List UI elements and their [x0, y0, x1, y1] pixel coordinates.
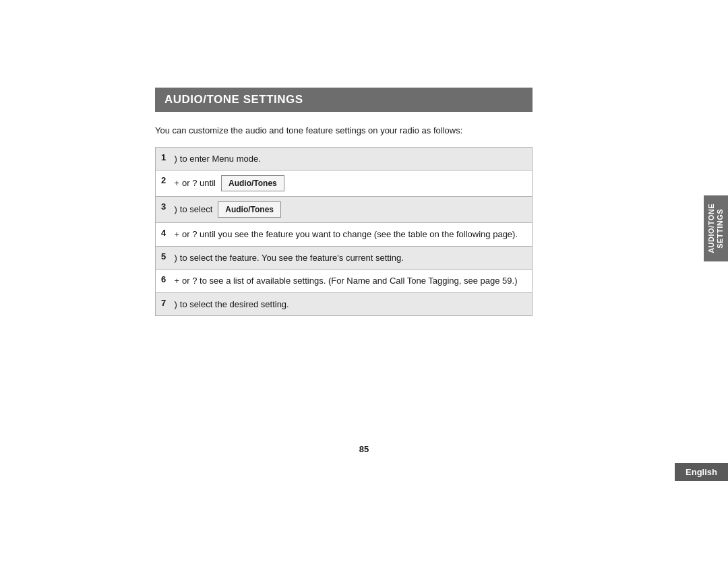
step-number: 3: [156, 197, 172, 223]
step-symbol: ): [175, 203, 177, 216]
step-line: ) to enter Menu mode.: [175, 152, 527, 166]
step-symbol: +: [175, 274, 180, 288]
menu-label: Audio/Tones: [218, 201, 281, 218]
step-content: + or ? until you see the feature you wan…: [172, 223, 533, 247]
step-line: )to selectAudio/Tones: [175, 201, 527, 218]
table-row: 6+ or ? to see a list of available setti…: [156, 270, 533, 293]
step-text: or ? until you see the feature you want …: [182, 228, 518, 241]
table-row: 4+ or ? until you see the feature you wa…: [156, 223, 533, 247]
step-text: to select: [180, 203, 212, 216]
side-tab: AUDIO/TONE SETTINGS: [704, 195, 728, 261]
menu-label: Audio/Tones: [221, 175, 284, 191]
step-text: to select the feature. You see the featu…: [180, 251, 404, 265]
page-container: AUDIO/TONE SETTINGS You can customize th…: [0, 0, 728, 562]
step-content: ) to enter Menu mode.: [172, 147, 533, 170]
step-number: 4: [156, 223, 172, 247]
step-line: ) to select the feature. You see the fea…: [175, 251, 527, 265]
step-content: )to selectAudio/Tones: [172, 197, 533, 223]
step-text: or ? until: [182, 177, 216, 190]
step-text: to select the desired setting.: [180, 298, 289, 311]
step-text: or ? to see a list of available settings…: [182, 274, 517, 288]
step-number: 6: [156, 270, 172, 293]
step-number: 2: [156, 170, 172, 197]
step-content: + or ? to see a list of available settin…: [172, 270, 533, 293]
table-row: 2+or ? untilAudio/Tones: [156, 170, 533, 197]
step-content: ) to select the feature. You see the fea…: [172, 246, 533, 270]
section-title: AUDIO/TONE SETTINGS: [164, 93, 523, 106]
section-title-box: AUDIO/TONE SETTINGS: [155, 88, 533, 112]
step-symbol: +: [175, 177, 180, 190]
side-tab-text: AUDIO/TONE SETTINGS: [707, 204, 725, 253]
step-text: to enter Menu mode.: [180, 152, 261, 166]
step-line: +or ? untilAudio/Tones: [175, 175, 527, 191]
main-content: AUDIO/TONE SETTINGS You can customize th…: [155, 88, 533, 316]
step-symbol: ): [175, 298, 177, 311]
table-row: 3)to selectAudio/Tones: [156, 197, 533, 223]
step-symbol: ): [175, 152, 177, 166]
step-symbol: +: [175, 228, 180, 241]
step-content: ) to select the desired setting.: [172, 292, 533, 316]
step-line: ) to select the desired setting.: [175, 298, 527, 311]
table-row: 1) to enter Menu mode.: [156, 147, 533, 170]
step-number: 7: [156, 292, 172, 316]
step-line: + or ? until you see the feature you wan…: [175, 228, 527, 241]
step-content: +or ? untilAudio/Tones: [172, 170, 533, 197]
english-badge: English: [675, 463, 728, 481]
step-number: 5: [156, 246, 172, 270]
step-symbol: ): [175, 251, 177, 265]
step-line: + or ? to see a list of available settin…: [175, 274, 527, 288]
intro-text: You can customize the audio and tone fea…: [155, 124, 533, 137]
table-row: 7) to select the desired setting.: [156, 292, 533, 316]
page-number: 85: [359, 444, 369, 454]
table-row: 5) to select the feature. You see the fe…: [156, 246, 533, 270]
steps-table: 1) to enter Menu mode.2+or ? untilAudio/…: [155, 147, 533, 317]
step-number: 1: [156, 147, 172, 170]
